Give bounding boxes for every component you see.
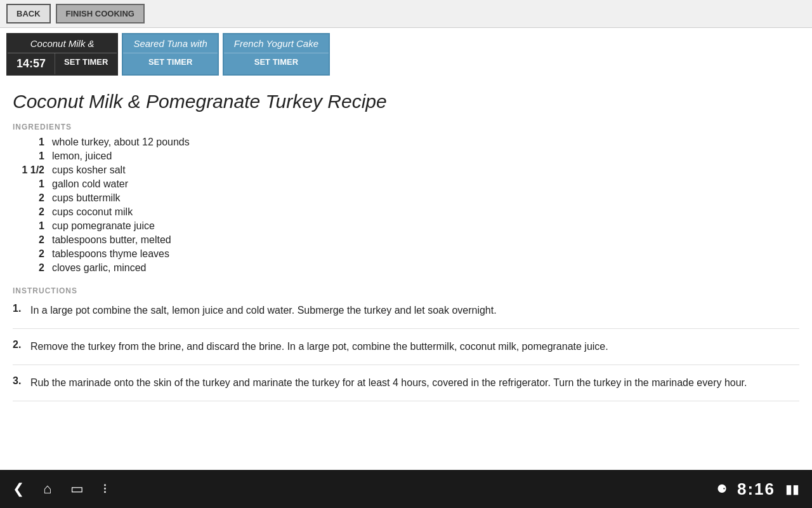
ingredient-text: cups coconut milk bbox=[52, 206, 133, 218]
ingredient-amount: 2 bbox=[19, 206, 44, 218]
home-icon[interactable]: ⌂ bbox=[43, 481, 51, 497]
set-timer-button-1[interactable]: SET TIMER bbox=[55, 53, 117, 74]
window-icon[interactable]: ▭ bbox=[70, 481, 84, 497]
back-button[interactable]: BACK bbox=[6, 4, 51, 23]
instruction-item: 3.Rub the marinade onto the skin of the … bbox=[13, 375, 799, 401]
tab-timer-row-1: 14:57 SET TIMER bbox=[8, 53, 117, 74]
ingredient-row: 1gallon cold water bbox=[19, 178, 799, 190]
instructions-label: INSTRUCTIONS bbox=[13, 286, 799, 295]
ingredient-text: tablespoons butter, melted bbox=[52, 234, 171, 246]
taskbar-right-status: ⚈ 8:16 ▮▮ bbox=[717, 479, 799, 499]
ingredient-amount: 1 bbox=[19, 220, 44, 232]
ingredient-text: cups kosher salt bbox=[52, 164, 126, 176]
ingredient-text: tablespoons thyme leaves bbox=[52, 248, 169, 260]
tab-french-yogurt-title: French Yogurt Cake bbox=[224, 34, 329, 53]
taskbar-left-icons: ❮ ⌂ ▭ ⁝ bbox=[13, 481, 107, 497]
instruction-item: 2.Remove the turkey from the brine, and … bbox=[13, 339, 799, 365]
ingredient-text: cloves garlic, minced bbox=[52, 262, 147, 274]
ingredient-amount: 2 bbox=[19, 234, 44, 246]
ingredient-amount: 2 bbox=[19, 192, 44, 204]
tab-french-yogurt-cake[interactable]: French Yogurt Cake SET TIMER bbox=[223, 33, 330, 76]
tab-coconut-milk-title: Coconut Milk & bbox=[20, 34, 105, 53]
top-nav-bar: BACK FINISH COOKING bbox=[0, 0, 812, 28]
instruction-number: 1. bbox=[13, 303, 30, 314]
ingredient-amount: 1 bbox=[19, 150, 44, 162]
clock-display: 8:16 bbox=[737, 479, 775, 499]
set-timer-button-3[interactable]: SET TIMER bbox=[224, 53, 329, 70]
ingredient-text: gallon cold water bbox=[52, 178, 128, 190]
ingredient-row: 1whole turkey, about 12 pounds bbox=[19, 137, 799, 148]
set-timer-button-2[interactable]: SET TIMER bbox=[123, 53, 217, 70]
ingredient-text: lemon, juiced bbox=[52, 150, 112, 162]
ingredient-text: cups buttermilk bbox=[52, 192, 121, 204]
main-content: Coconut Milk & Pomegranate Turkey Recipe… bbox=[0, 81, 812, 455]
instruction-text: Rub the marinade onto the skin of the tu… bbox=[30, 375, 799, 391]
instruction-text: Remove the turkey from the brine, and di… bbox=[30, 339, 799, 354]
tab-seared-tuna-title: Seared Tuna with bbox=[123, 34, 217, 53]
ingredient-row: 2cups buttermilk bbox=[19, 192, 799, 204]
ingredient-text: whole turkey, about 12 pounds bbox=[52, 137, 190, 148]
tab-coconut-milk[interactable]: Coconut Milk & 14:57 SET TIMER bbox=[6, 33, 118, 76]
instruction-number: 2. bbox=[13, 339, 30, 351]
usb-icon: ⚈ bbox=[717, 482, 727, 496]
ingredients-list: 1whole turkey, about 12 pounds1lemon, ju… bbox=[19, 137, 799, 274]
taskbar: ❮ ⌂ ▭ ⁝ ⚈ 8:16 ▮▮ bbox=[0, 470, 812, 508]
instruction-number: 3. bbox=[13, 375, 30, 387]
ingredient-amount: 2 bbox=[19, 262, 44, 274]
ingredient-row: 1 1/2cups kosher salt bbox=[19, 164, 799, 176]
ingredient-row: 2tablespoons butter, melted bbox=[19, 234, 799, 246]
ingredient-text: cup pomegranate juice bbox=[52, 220, 155, 232]
grid-icon[interactable]: ⁝ bbox=[103, 481, 107, 497]
ingredient-row: 1cup pomegranate juice bbox=[19, 220, 799, 232]
ingredient-row: 2cloves garlic, minced bbox=[19, 262, 799, 274]
recipe-tabs-row: Coconut Milk & 14:57 SET TIMER Seared Tu… bbox=[0, 28, 812, 81]
ingredient-amount: 1 bbox=[19, 137, 44, 148]
instructions-list: 1.In a large pot combine the salt, lemon… bbox=[13, 303, 799, 401]
recipe-title: Coconut Milk & Pomegranate Turkey Recipe bbox=[13, 91, 799, 112]
ingredient-row: 2cups coconut milk bbox=[19, 206, 799, 218]
ingredient-row: 2tablespoons thyme leaves bbox=[19, 248, 799, 260]
battery-icon: ▮▮ bbox=[785, 481, 799, 497]
instruction-item: 1.In a large pot combine the salt, lemon… bbox=[13, 303, 799, 329]
ingredient-amount: 2 bbox=[19, 248, 44, 260]
ingredients-label: INGREDIENTS bbox=[13, 123, 799, 131]
back-nav-icon[interactable]: ❮ bbox=[13, 481, 24, 497]
ingredient-amount: 1 bbox=[19, 178, 44, 190]
instruction-text: In a large pot combine the salt, lemon j… bbox=[30, 303, 799, 318]
tab-seared-tuna[interactable]: Seared Tuna with SET TIMER bbox=[122, 33, 218, 76]
tab-timer-display: 14:57 bbox=[8, 53, 55, 74]
finish-cooking-button[interactable]: FINISH COOKING bbox=[56, 4, 145, 23]
ingredient-row: 1lemon, juiced bbox=[19, 150, 799, 162]
ingredient-amount: 1 1/2 bbox=[19, 164, 44, 176]
